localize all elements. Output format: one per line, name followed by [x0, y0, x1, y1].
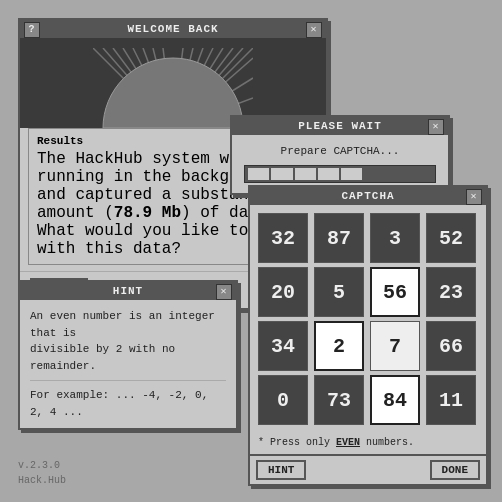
captcha-cell-20[interactable]: 20: [258, 267, 308, 317]
seg6: [364, 168, 385, 180]
hint-title: HINT: [113, 285, 143, 297]
captcha-cell-87[interactable]: 87: [314, 213, 364, 263]
hint-close-button[interactable]: ✕: [216, 284, 232, 300]
pleasewait-close-button[interactable]: ✕: [428, 119, 444, 135]
hint-line3: For example: ... -4, -2, 0, 2, 4 ...: [30, 387, 226, 420]
seg7: [388, 168, 409, 180]
welcome-help-button[interactable]: ?: [24, 22, 40, 38]
seg4: [318, 168, 339, 180]
captcha-note-em: EVEN: [336, 437, 360, 448]
hint-titlebar: HINT ✕: [20, 282, 236, 300]
hint-line2: divisible by 2 with no remainder.: [30, 341, 226, 374]
seg8: [411, 168, 432, 180]
captcha-cell-7[interactable]: 7: [370, 321, 420, 371]
version-number: v.2.3.0: [18, 458, 66, 473]
seg3: [295, 168, 316, 180]
data-size-highlight: 78.9 Mb: [114, 204, 181, 222]
captcha-footer: HINT DONE: [250, 454, 486, 484]
app-name: Hack.Hub: [18, 473, 66, 488]
seg5: [341, 168, 362, 180]
captcha-note: * Press only EVEN numbers.: [250, 433, 486, 454]
captcha-cell-32[interactable]: 32: [258, 213, 308, 263]
progress-bar: [244, 165, 436, 183]
seg1: [248, 168, 269, 180]
progress-segments: [245, 166, 435, 182]
welcome-title: WELCOME BACK: [127, 23, 218, 35]
seg2: [271, 168, 292, 180]
pleasewait-message: Prepare CAPTCHA...: [244, 145, 436, 157]
captcha-cell-0[interactable]: 0: [258, 375, 308, 425]
hint-window: HINT ✕ An even number is an integer that…: [18, 280, 238, 430]
hint-divider: [30, 380, 226, 381]
welcome-close-button[interactable]: ✕: [306, 22, 322, 38]
captcha-cell-11[interactable]: 11: [426, 375, 476, 425]
captcha-cell-52[interactable]: 52: [426, 213, 476, 263]
captcha-cell-23[interactable]: 23: [426, 267, 476, 317]
pleasewait-window: PLEASE WAIT ✕ Prepare CAPTCHA...: [230, 115, 450, 195]
captcha-done-button[interactable]: DONE: [430, 460, 480, 480]
captcha-cell-34[interactable]: 34: [258, 321, 308, 371]
captcha-cell-73[interactable]: 73: [314, 375, 364, 425]
captcha-cell-3[interactable]: 3: [370, 213, 420, 263]
sunburst-graphic: [93, 48, 253, 128]
captcha-grid: 32 87 3 52 20 5 56 23 34 2 7 66 0 73 84 …: [250, 205, 486, 433]
captcha-cell-84[interactable]: 84: [370, 375, 420, 425]
welcome-titlebar: ? WELCOME BACK ✕: [20, 20, 326, 38]
captcha-title: CAPTCHA: [341, 190, 394, 202]
captcha-cell-2[interactable]: 2: [314, 321, 364, 371]
captcha-cell-56[interactable]: 56: [370, 267, 420, 317]
captcha-hint-button[interactable]: HINT: [256, 460, 306, 480]
hint-content: An even number is an integer that is div…: [20, 300, 236, 428]
pleasewait-title: PLEASE WAIT: [298, 120, 382, 132]
version-label: v.2.3.0 Hack.Hub: [18, 458, 66, 488]
pleasewait-titlebar: PLEASE WAIT ✕: [232, 117, 448, 135]
captcha-close-button[interactable]: ✕: [466, 189, 482, 205]
captcha-cell-66[interactable]: 66: [426, 321, 476, 371]
captcha-window: CAPTCHA ✕ 32 87 3 52 20 5 56 23 34 2 7 6…: [248, 185, 488, 486]
captcha-titlebar: CAPTCHA ✕: [250, 187, 486, 205]
hint-line1: An even number is an integer that is: [30, 308, 226, 341]
captcha-cell-5[interactable]: 5: [314, 267, 364, 317]
